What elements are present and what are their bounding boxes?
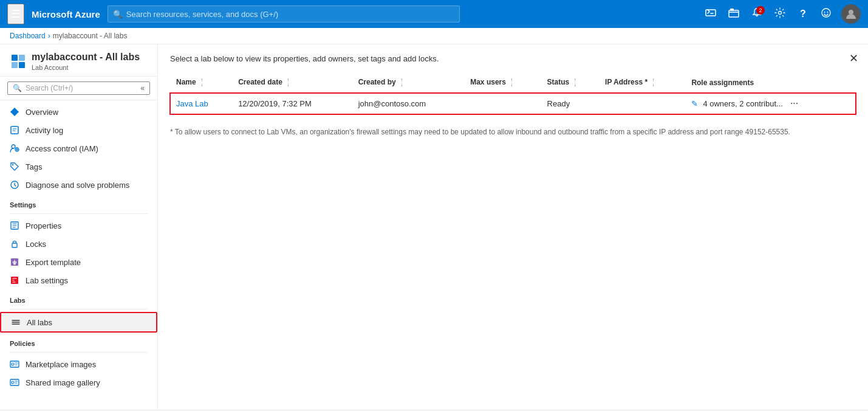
sort-created-by-icon[interactable]: ↑ ↓: [400, 78, 403, 88]
lab-settings-icon: [10, 275, 19, 285]
sidebar-item-all-labs[interactable]: All labs: [0, 312, 157, 333]
sort-status-icon[interactable]: ↑ ↓: [574, 78, 576, 88]
help-icon: ?: [800, 9, 806, 19]
policies-section-label: Policies: [0, 333, 157, 350]
sidebar-item-label-diagnose: Diagnose and solve problems: [26, 181, 129, 190]
sidebar-search-input[interactable]: [26, 84, 137, 92]
breadcrumb: Dashboard › mylabaccount - All labs: [0, 28, 868, 44]
svg-point-13: [12, 145, 15, 148]
table-footnote: * To allow users to connect to Lab VMs, …: [170, 126, 856, 137]
table-header-row: Name ↑ ↓ Created date ↑ ↓: [170, 73, 856, 93]
table-row[interactable]: Java Lab 12/20/2019, 7:32 PM john@contos…: [170, 93, 856, 114]
content-description: Select a lab below to view its propertie…: [170, 54, 856, 63]
topnav-icon-group: 2 ?: [700, 4, 861, 24]
policies-divider: [10, 352, 148, 353]
cell-name[interactable]: Java Lab: [170, 93, 232, 114]
sort-ip-icon[interactable]: ↑ ↓: [652, 78, 654, 88]
notifications-button[interactable]: 2: [747, 4, 767, 24]
sidebar-search[interactable]: 🔍 «: [0, 77, 157, 100]
sidebar-item-access-control[interactable]: Access control (IAM): [0, 139, 157, 157]
col-header-status[interactable]: Status ↑ ↓: [541, 73, 599, 93]
main-layout: mylabaccount - All labs Lab Account 🔍 « …: [0, 44, 868, 409]
global-search-box[interactable]: 🔍: [108, 5, 460, 22]
tags-icon: [10, 162, 19, 171]
help-button[interactable]: ?: [793, 4, 813, 24]
sidebar-item-lab-settings[interactable]: Lab settings: [0, 271, 157, 289]
directory-icon: [728, 7, 739, 21]
diagnose-icon: [10, 180, 19, 190]
sidebar-item-activity-log[interactable]: Activity log: [0, 121, 157, 139]
export-template-icon: [10, 257, 19, 267]
cell-created-by: john@contoso.com: [352, 93, 465, 114]
settings-button[interactable]: [770, 4, 790, 24]
cell-role-assignments[interactable]: ✎ 4 owners, 2 contribut... ···: [685, 93, 856, 114]
cell-created-date: 12/20/2019, 7:32 PM: [232, 93, 352, 114]
sidebar-item-label-properties: Properties: [26, 221, 61, 230]
sidebar-item-label-overview: Overview: [26, 108, 58, 117]
sidebar-item-overview[interactable]: Overview: [0, 103, 157, 121]
col-header-name[interactable]: Name ↑ ↓: [170, 73, 232, 93]
sidebar-item-tags[interactable]: Tags: [0, 157, 157, 176]
labs-divider: [10, 309, 148, 309]
hamburger-menu-button[interactable]: ☰: [7, 4, 24, 24]
sidebar-item-label-all-labs: All labs: [27, 318, 52, 327]
directory-switch-button[interactable]: [723, 4, 744, 24]
sidebar-item-diagnose[interactable]: Diagnose and solve problems: [0, 176, 157, 194]
lab-name-link[interactable]: Java Lab: [176, 99, 208, 108]
overview-icon: [10, 107, 19, 117]
sidebar-item-label-marketplace-images: Marketplace images: [26, 360, 96, 369]
close-button[interactable]: ✕: [849, 52, 858, 65]
sidebar-item-export-template[interactable]: Export template: [0, 253, 157, 271]
col-header-max-users[interactable]: Max users ↑ ↓: [464, 73, 541, 93]
svg-rect-10: [12, 62, 18, 68]
breadcrumb-separator: ›: [48, 32, 50, 40]
sort-created-date-icon[interactable]: ↑ ↓: [287, 78, 289, 88]
user-avatar[interactable]: [841, 4, 861, 24]
col-header-created-by[interactable]: Created by ↑ ↓: [352, 73, 465, 93]
svg-rect-0: [706, 10, 716, 16]
settings-divider: [10, 213, 148, 214]
more-options-button[interactable]: ···: [788, 98, 801, 109]
sort-name-icon[interactable]: ↑ ↓: [200, 78, 203, 88]
settings-section-label: Settings: [0, 194, 157, 211]
sidebar-item-label-tags: Tags: [26, 162, 42, 171]
role-assignments-value: 4 owners, 2 contribut...: [703, 99, 783, 108]
sidebar-item-label-access-control: Access control (IAM): [26, 144, 98, 153]
notifications-badge: 2: [756, 6, 765, 15]
svg-point-17: [12, 164, 13, 165]
svg-rect-1: [729, 10, 739, 17]
search-input[interactable]: [126, 10, 454, 19]
sidebar-item-label-activity-log: Activity log: [26, 126, 63, 135]
svg-point-26: [12, 381, 14, 384]
sidebar-header: mylabaccount - All labs Lab Account: [0, 44, 157, 77]
search-icon: 🔍: [113, 10, 123, 19]
sidebar-item-shared-gallery[interactable]: Shared image gallery: [0, 373, 157, 392]
svg-point-3: [779, 12, 782, 15]
sidebar-item-marketplace-images[interactable]: Marketplace images: [0, 355, 157, 373]
sidebar-title-icon: [10, 53, 27, 70]
svg-point-5: [824, 12, 825, 13]
sidebar-item-locks[interactable]: Locks: [0, 235, 157, 253]
feedback-button[interactable]: [816, 4, 836, 24]
main-content: ✕ Select a lab below to view its propert…: [158, 44, 868, 409]
sidebar-item-properties[interactable]: Properties: [0, 216, 157, 235]
labs-table: Name ↑ ↓ Created date ↑ ↓: [170, 73, 856, 114]
brand-name: Microsoft Azure: [32, 9, 100, 19]
col-header-ip-address[interactable]: IP Address * ↑ ↓: [599, 73, 685, 93]
activity-log-icon: [10, 125, 19, 135]
svg-rect-8: [12, 55, 18, 61]
sort-max-users-icon[interactable]: ↑ ↓: [510, 78, 513, 88]
settings-icon: [774, 7, 785, 21]
role-edit-icon[interactable]: ✎: [691, 99, 698, 108]
svg-point-7: [849, 10, 853, 15]
properties-icon: [10, 221, 19, 230]
breadcrumb-dashboard[interactable]: Dashboard: [10, 32, 46, 40]
top-navigation: ☰ Microsoft Azure 🔍 2 ?: [0, 0, 868, 28]
labs-section-label: Labs: [0, 289, 157, 306]
cloud-shell-button[interactable]: [700, 4, 721, 24]
sidebar: mylabaccount - All labs Lab Account 🔍 « …: [0, 44, 158, 409]
collapse-sidebar-button[interactable]: «: [140, 84, 145, 92]
col-header-created-date[interactable]: Created date ↑ ↓: [232, 73, 352, 93]
marketplace-images-icon: [10, 359, 19, 369]
col-header-role-assignments: Role assignments: [685, 73, 856, 93]
